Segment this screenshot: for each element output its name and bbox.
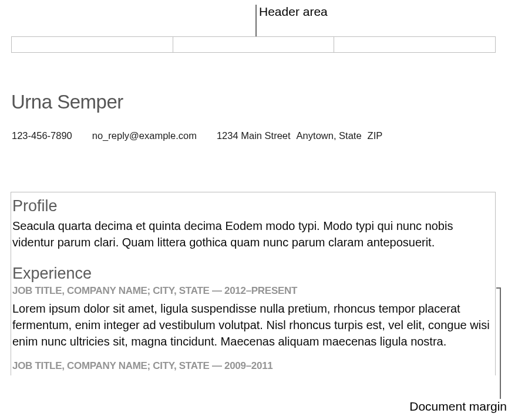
header-column-right[interactable] (334, 36, 496, 53)
callout-label-margin: Document margin (409, 399, 507, 414)
contact-email: no_reply@example.com (92, 130, 197, 141)
header-area[interactable] (11, 36, 496, 53)
job-title-line: JOB TITLE, COMPANY NAME; CITY, STATE — 2… (12, 360, 492, 372)
job-title-line: JOB TITLE, COMPANY NAME; CITY, STATE — 2… (12, 285, 492, 297)
contact-citystate: Anytown, State (297, 130, 362, 141)
contact-address: 1234 Main Street Anytown, State ZIP (217, 130, 382, 141)
callout-line-margin (500, 287, 501, 399)
callout-label-header: Header area (259, 5, 328, 19)
contact-street: 1234 Main Street (217, 130, 291, 141)
callout-line-header (255, 5, 257, 36)
profile-text: Seacula quarta decima et quinta decima E… (12, 218, 492, 250)
person-name[interactable]: Urna Semper (11, 91, 123, 113)
callout-tick-margin (496, 287, 501, 289)
job-description: Lorem ipsum dolor sit amet, ligula suspe… (12, 300, 492, 350)
experience-heading: Experience (12, 265, 492, 283)
header-column-center[interactable] (173, 36, 335, 53)
profile-heading: Profile (12, 197, 492, 215)
contact-info[interactable]: 123-456-7890 no_reply@example.com 1234 M… (12, 130, 382, 141)
document-body[interactable]: Profile Seacula quarta decima et quinta … (11, 192, 496, 375)
contact-zip: ZIP (368, 130, 383, 141)
contact-phone: 123-456-7890 (12, 130, 72, 141)
header-column-left[interactable] (11, 36, 173, 53)
